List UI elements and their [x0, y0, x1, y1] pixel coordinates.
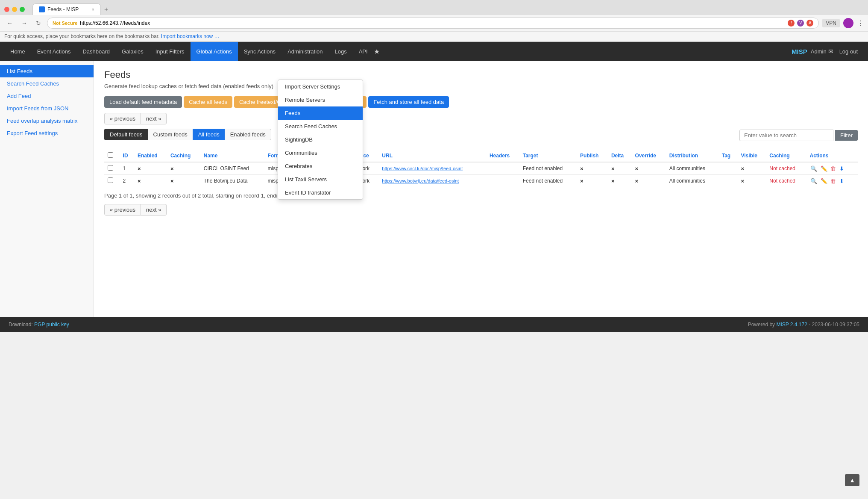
previous-page-button-top[interactable]: « previous — [104, 113, 141, 124]
row-2-id: 2 — [120, 175, 134, 187]
col-caching-status[interactable]: Caching — [766, 150, 806, 162]
row-2-select[interactable] — [108, 177, 113, 183]
footer-version: Powered by MISP 2.4.172 - 2023-06-10 09:… — [748, 322, 859, 328]
filter-tab-all-feeds[interactable]: All feeds — [193, 129, 225, 140]
import-bookmarks-link[interactable]: Import bookmarks now … — [161, 33, 220, 39]
nav-administration[interactable]: Administration — [282, 42, 328, 61]
row-1-download-icon[interactable]: ⬇ — [839, 165, 844, 172]
dropdown-item-search-feed-caches[interactable]: Search Feed Caches — [278, 120, 363, 133]
col-headers[interactable]: Headers — [486, 150, 519, 162]
refresh-button[interactable]: ↻ — [33, 18, 44, 28]
row-1-enabled: × — [134, 162, 167, 175]
load-default-metadata-button[interactable]: Load default feed metadata — [104, 96, 182, 108]
col-caching[interactable]: Caching — [167, 150, 200, 162]
col-distribution[interactable]: Distribution — [666, 150, 718, 162]
nav-home[interactable]: Home — [4, 42, 31, 61]
dropdown-item-remote-servers[interactable]: Remote Servers — [278, 93, 363, 106]
sidebar-item-search-feed-caches[interactable]: Search Feed Caches — [0, 77, 94, 90]
nav-input-filters[interactable]: Input Filters — [150, 42, 191, 61]
sidebar-item-export-settings[interactable]: Export Feed settings — [0, 127, 94, 139]
col-publish[interactable]: Publish — [577, 150, 608, 162]
dropdown-item-feeds[interactable]: Feeds — [278, 106, 363, 120]
dropdown-item-cerebrates[interactable]: Cerebrates — [278, 159, 363, 173]
sidebar-link-export-settings[interactable]: Export Feed settings — [7, 130, 58, 136]
close-traffic-light[interactable] — [4, 7, 9, 12]
footer: Download: PGP public key Powered by MISP… — [0, 317, 868, 332]
menu-icon[interactable]: ⋮ — [857, 19, 864, 27]
dropdown-item-event-id-translator[interactable]: Event ID translator — [278, 186, 363, 199]
fetch-store-all-button[interactable]: Fetch and store all feed data — [368, 96, 449, 108]
row-2-edit-icon[interactable]: ✏️ — [821, 178, 827, 184]
select-all-checkbox[interactable] — [108, 152, 113, 158]
nav-sync-actions[interactable]: Sync Actions — [238, 42, 282, 61]
dropdown-item-communities[interactable]: Communities — [278, 146, 363, 159]
sidebar-item-add-feed[interactable]: Add Feed — [0, 90, 94, 102]
nav-global-actions[interactable]: Global Actions — [191, 42, 238, 61]
col-override[interactable]: Override — [632, 150, 666, 162]
mail-icon[interactable]: ✉ — [828, 48, 833, 55]
cache-all-feeds-button[interactable]: Cache all feeds — [184, 96, 232, 108]
sidebar-link-add-feed[interactable]: Add Feed — [7, 93, 31, 99]
browser-tab[interactable]: Feeds - MISP × — [32, 3, 101, 15]
filter-tab-custom-feeds[interactable]: Custom feeds — [148, 129, 193, 140]
row-1-delete-icon[interactable]: 🗑 — [830, 165, 836, 172]
misp-version-link[interactable]: MISP 2.4.172 — [776, 322, 807, 328]
tab-close-button[interactable]: × — [92, 7, 94, 12]
minimize-traffic-light[interactable] — [12, 7, 17, 12]
dropdown-item-sightingdb[interactable]: SightingDB — [278, 133, 363, 146]
nav-logs[interactable]: Logs — [329, 42, 353, 61]
row-1-target: Feed not enabled — [519, 162, 577, 175]
nav-api[interactable]: API — [353, 42, 374, 61]
filter-tab-default-feeds[interactable]: Default feeds — [104, 129, 148, 140]
search-input[interactable] — [739, 130, 833, 141]
sidebar-link-list-feeds[interactable]: List Feeds — [7, 68, 32, 74]
col-name[interactable]: Name — [200, 150, 264, 162]
address-url: https://52.66.243.7/feeds/index — [80, 20, 785, 26]
back-button[interactable]: ← — [4, 18, 15, 28]
sidebar-item-import-feeds[interactable]: Import Feeds from JSON — [0, 102, 94, 115]
pgp-key-link[interactable]: PGP public key — [34, 322, 69, 328]
row-1-visible: × — [737, 162, 766, 175]
nav-dashboard[interactable]: Dashboard — [76, 42, 116, 61]
col-id[interactable]: ID — [120, 150, 134, 162]
row-1-override: × — [632, 162, 666, 175]
row-1-url-link[interactable]: https://www.circl.lu/doc/misp/feed-osint — [382, 166, 463, 171]
col-tag[interactable]: Tag — [718, 150, 738, 162]
forward-button[interactable]: → — [19, 18, 30, 28]
col-url[interactable]: URL — [378, 150, 486, 162]
maximize-traffic-light[interactable] — [20, 7, 25, 12]
sidebar-link-import-feeds[interactable]: Import Feeds from JSON — [7, 105, 68, 112]
logout-button[interactable]: Log out — [833, 42, 864, 61]
sidebar-link-search-feed-caches[interactable]: Search Feed Caches — [7, 80, 59, 87]
sidebar-item-overlap-matrix[interactable]: Feed overlap analysis matrix — [0, 115, 94, 127]
col-enabled[interactable]: Enabled — [134, 150, 167, 162]
dropdown-item-list-taxii-servers[interactable]: List Taxii Servers — [278, 173, 363, 186]
row-1-search-icon[interactable]: 🔍 — [810, 165, 817, 172]
row-2-search-icon[interactable]: 🔍 — [810, 178, 817, 184]
row-2-url-link[interactable]: https://www.botvrij.eu/data/feed-osint — [382, 178, 459, 183]
row-2-override: × — [632, 175, 666, 187]
download-text: Download: — [9, 322, 34, 328]
col-checkbox — [104, 150, 120, 162]
next-page-button-top[interactable]: next » — [141, 113, 167, 124]
filter-tab-enabled-feeds[interactable]: Enabled feeds — [225, 129, 271, 140]
row-1-edit-icon[interactable]: ✏️ — [821, 165, 827, 172]
filter-button[interactable]: Filter — [835, 130, 858, 141]
col-delta[interactable]: Delta — [608, 150, 632, 162]
admin-label: Admin — [811, 48, 827, 55]
next-page-button-bottom[interactable]: next » — [141, 204, 167, 216]
star-icon[interactable]: ★ — [374, 47, 380, 56]
sidebar-item-list-feeds[interactable]: List Feeds — [0, 65, 94, 77]
row-2-delete-icon[interactable]: 🗑 — [830, 178, 836, 184]
row-1-select[interactable] — [108, 165, 113, 171]
nav-galaxies[interactable]: Galaxies — [116, 42, 150, 61]
nav-event-actions[interactable]: Event Actions — [31, 42, 77, 61]
previous-page-button-bottom[interactable]: « previous — [104, 204, 141, 216]
row-1-delta: × — [608, 162, 632, 175]
dropdown-item-import-server-settings[interactable]: Import Server Settings — [278, 80, 363, 93]
row-2-download-icon[interactable]: ⬇ — [839, 178, 844, 184]
sidebar-link-overlap-matrix[interactable]: Feed overlap analysis matrix — [7, 118, 77, 124]
new-tab-button[interactable]: + — [101, 4, 111, 15]
col-target[interactable]: Target — [519, 150, 577, 162]
col-visible[interactable]: Visible — [737, 150, 766, 162]
